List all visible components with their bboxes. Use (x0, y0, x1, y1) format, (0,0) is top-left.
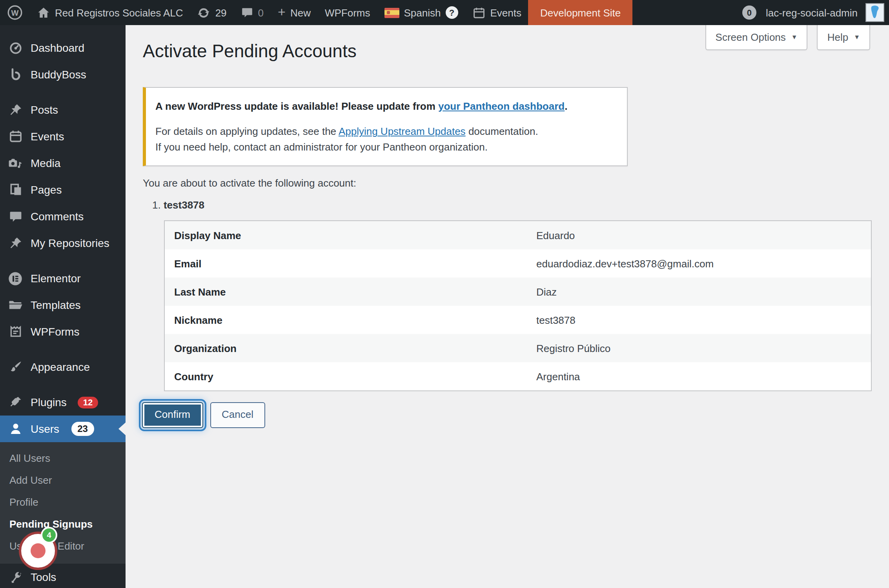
sidebar-item-pages[interactable]: Pages (0, 176, 126, 203)
buddyboss-icon (7, 67, 24, 82)
row-value: Diaz (527, 278, 871, 306)
events-menu[interactable]: Events (465, 0, 528, 25)
notice-heading-text: A new WordPress update is available! Ple… (155, 100, 435, 112)
elementor-icon (7, 271, 24, 286)
sidebar-item-dashboard[interactable]: Dashboard (0, 34, 126, 61)
environment-badge[interactable]: Development Site (528, 0, 632, 25)
new-content-menu[interactable]: + New (271, 0, 318, 25)
sidebar-item-tools[interactable]: Tools (0, 564, 126, 588)
sidebar-item-my-repositories[interactable]: My Repositories (0, 230, 126, 256)
row-label: Nickname (164, 306, 527, 334)
sidebar-item-label: Users (31, 423, 59, 435)
comment-bubble-icon (7, 209, 24, 223)
submenu-item-all-users[interactable]: All Users (0, 448, 126, 470)
table-row: Organization Registro Público (164, 334, 871, 363)
table-row: Email eduardodiaz.dev+test3878@gmail.com (164, 250, 871, 278)
upstream-updates-link[interactable]: Applying Upstream Updates (339, 126, 466, 138)
row-label: Display Name (164, 221, 527, 250)
account-details-table: Display Name Eduardo Email eduardodiaz.d… (164, 221, 872, 392)
site-name: Red Registros Sociales ALC (55, 7, 183, 18)
question-mark-icon: ? (445, 6, 458, 19)
row-label: Country (164, 363, 527, 391)
user-avatar[interactable] (865, 3, 884, 22)
notice-body: For details on applying updates, see the… (155, 124, 618, 155)
user-icon (7, 422, 24, 436)
update-count: 29 (215, 7, 227, 18)
confirm-button[interactable]: Confirm (142, 403, 203, 428)
admin-bar: W Red Registros Sociales ALC 29 0 + New (0, 0, 889, 25)
sidebar-item-posts[interactable]: Posts (0, 96, 126, 123)
pending-account-item: 1. test3878 Display Name Eduardo Email e… (152, 200, 873, 392)
sidebar-item-label: WPForms (31, 325, 79, 338)
language-label: Spanish (404, 7, 441, 18)
row-value: Eduardo (527, 221, 871, 250)
update-notice: A new WordPress update is available! Ple… (143, 87, 628, 167)
sidebar-item-label: Templates (31, 299, 81, 311)
sidebar-item-media[interactable]: Media (0, 150, 126, 176)
cancel-button[interactable]: Cancel (210, 403, 265, 428)
notice-heading: A new WordPress update is available! Ple… (155, 99, 618, 114)
row-label: Email (164, 250, 527, 278)
account-username[interactable]: lac-reg-social-admin (756, 7, 865, 18)
plus-icon: + (278, 5, 286, 18)
row-value: Registro Público (527, 334, 871, 363)
sidebar-item-buddyboss[interactable]: BuddyBoss (0, 61, 126, 88)
submit-row: Confirm Cancel (142, 403, 873, 428)
row-value: eduardodiaz.dev+test3878@gmail.com (527, 250, 871, 278)
sidebar-item-label: Elementor (31, 272, 81, 285)
pushpin-icon (7, 236, 24, 250)
environment-label: Development Site (540, 7, 621, 18)
calendar-icon (7, 129, 24, 143)
account-username: test3878 (164, 200, 204, 211)
admin-bar-right: 0 lac-reg-social-admin (742, 0, 889, 25)
folder-icon (7, 298, 24, 312)
updates-link[interactable]: 29 (190, 0, 234, 25)
screen-options-button[interactable]: Screen Options ▼ (705, 25, 808, 50)
main-content: Screen Options ▼ Help ▼ Activate Pending… (126, 25, 889, 588)
sidebar-item-users[interactable]: Users 23 (0, 416, 126, 442)
new-label: New (290, 7, 311, 18)
pending-accounts-list: 1. test3878 Display Name Eduardo Email e… (143, 200, 873, 392)
sidebar-item-plugins[interactable]: Plugins 12 (0, 389, 126, 416)
screen-meta-links: Screen Options ▼ Help ▼ (705, 25, 870, 50)
sidebar-item-label: Plugins (31, 396, 67, 408)
sidebar-item-templates[interactable]: Templates (0, 292, 126, 318)
submenu-item-add-user[interactable]: Add User (0, 470, 126, 492)
sidebar-item-label: Media (31, 157, 60, 169)
paintbrush-icon (7, 360, 24, 374)
site-name-link[interactable]: Red Registros Sociales ALC (30, 0, 190, 25)
table-row: Nickname test3878 (164, 306, 871, 334)
wordpress-logo-menu[interactable]: W (0, 0, 30, 25)
notification-count-badge[interactable]: 0 (742, 5, 756, 20)
sidebar-item-wpforms[interactable]: WPForms (0, 318, 126, 345)
table-row: Last Name Diaz (164, 278, 871, 306)
calendar-icon (472, 6, 485, 19)
sidebar-item-label: Pages (31, 183, 62, 196)
wpforms-menu[interactable]: WPForms (318, 0, 377, 25)
table-row: Country Argentina (164, 363, 871, 391)
sidebar-item-appearance[interactable]: Appearance (0, 354, 126, 380)
wpforms-label: WPForms (325, 7, 370, 18)
comments-link[interactable]: 0 (234, 0, 271, 25)
sidebar-item-elementor[interactable]: Elementor (0, 265, 126, 292)
pantheon-dashboard-link[interactable]: your Pantheon dashboard (438, 100, 565, 112)
home-icon (37, 6, 50, 19)
table-row: Display Name Eduardo (164, 221, 871, 250)
dashboard-gauge-icon (7, 41, 24, 55)
admin-sidebar: Dashboard BuddyBoss Posts Events (0, 25, 126, 588)
row-label: Last Name (164, 278, 527, 306)
submenu-item-profile[interactable]: Profile (0, 492, 126, 514)
sidebar-item-comments[interactable]: Comments (0, 203, 126, 230)
svg-text:W: W (11, 9, 19, 17)
notice-body-after: documentation. (468, 126, 538, 138)
sidebar-item-label: Events (31, 130, 64, 143)
comment-bubble-icon (241, 6, 253, 19)
updates-icon (197, 6, 211, 19)
language-switcher[interactable]: Spanish ? (377, 0, 465, 25)
help-button[interactable]: Help ▼ (817, 25, 870, 50)
sidebar-item-events[interactable]: Events (0, 123, 126, 150)
screen-options-label: Screen Options (716, 31, 786, 43)
submenu-item-pending-signups[interactable]: Pending Signups (0, 514, 126, 535)
row-value: test3878 (527, 306, 871, 334)
page-wrap: Activate Pending Accounts A new WordPres… (143, 25, 873, 428)
